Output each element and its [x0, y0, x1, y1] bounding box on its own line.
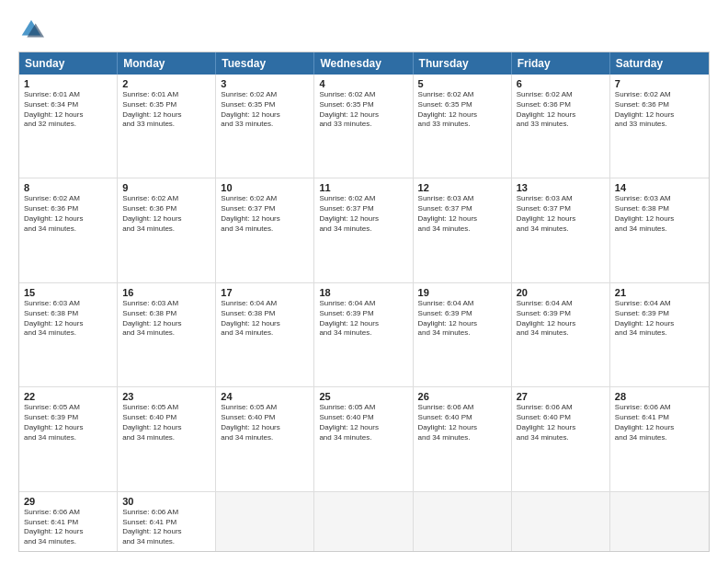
day-info: Sunrise: 6:02 AM Sunset: 6:36 PM Dayligh… — [122, 194, 210, 234]
calendar-cell — [610, 492, 709, 551]
calendar-cell: 10Sunrise: 6:02 AM Sunset: 6:37 PM Dayli… — [216, 178, 314, 282]
day-number: 12 — [418, 182, 506, 193]
calendar-cell — [512, 492, 610, 551]
calendar-cell: 12Sunrise: 6:03 AM Sunset: 6:37 PM Dayli… — [414, 178, 512, 282]
header — [18, 17, 710, 42]
day-info: Sunrise: 6:02 AM Sunset: 6:36 PM Dayligh… — [517, 90, 605, 130]
calendar-cell: 18Sunrise: 6:04 AM Sunset: 6:39 PM Dayli… — [314, 283, 413, 386]
calendar-cell — [216, 492, 314, 551]
day-info: Sunrise: 6:05 AM Sunset: 6:40 PM Dayligh… — [122, 403, 210, 442]
calendar-cell: 26Sunrise: 6:06 AM Sunset: 6:40 PM Dayli… — [414, 387, 512, 490]
day-number: 11 — [319, 182, 407, 193]
logo-icon — [18, 17, 44, 42]
calendar-cell: 17Sunrise: 6:04 AM Sunset: 6:38 PM Dayli… — [216, 283, 314, 386]
calendar-cell: 25Sunrise: 6:05 AM Sunset: 6:40 PM Dayli… — [314, 387, 413, 490]
day-number: 25 — [319, 391, 407, 402]
day-info: Sunrise: 6:05 AM Sunset: 6:39 PM Dayligh… — [24, 403, 112, 442]
day-info: Sunrise: 6:04 AM Sunset: 6:39 PM Dayligh… — [517, 299, 605, 339]
calendar-cell: 30Sunrise: 6:06 AM Sunset: 6:41 PM Dayli… — [118, 492, 216, 551]
calendar-cell — [414, 492, 512, 551]
day-number: 29 — [24, 496, 112, 507]
day-number: 15 — [24, 287, 112, 298]
day-number: 10 — [221, 182, 309, 193]
day-info: Sunrise: 6:03 AM Sunset: 6:38 PM Dayligh… — [122, 299, 210, 339]
day-info: Sunrise: 6:03 AM Sunset: 6:37 PM Dayligh… — [418, 194, 506, 234]
calendar-row: 1Sunrise: 6:01 AM Sunset: 6:34 PM Daylig… — [19, 75, 709, 178]
day-number: 24 — [221, 391, 309, 402]
calendar-header-day: Thursday — [414, 52, 512, 75]
calendar-cell: 16Sunrise: 6:03 AM Sunset: 6:38 PM Dayli… — [118, 283, 216, 386]
calendar-cell: 3Sunrise: 6:02 AM Sunset: 6:35 PM Daylig… — [216, 75, 314, 178]
day-info: Sunrise: 6:06 AM Sunset: 6:40 PM Dayligh… — [517, 403, 605, 442]
day-number: 7 — [615, 78, 704, 89]
day-number: 22 — [24, 391, 112, 402]
day-number: 1 — [24, 78, 112, 89]
day-number: 18 — [319, 287, 407, 298]
day-info: Sunrise: 6:05 AM Sunset: 6:40 PM Dayligh… — [319, 403, 407, 442]
day-info: Sunrise: 6:01 AM Sunset: 6:34 PM Dayligh… — [24, 90, 112, 130]
calendar-cell: 7Sunrise: 6:02 AM Sunset: 6:36 PM Daylig… — [610, 75, 709, 178]
calendar-cell: 20Sunrise: 6:04 AM Sunset: 6:39 PM Dayli… — [512, 283, 610, 386]
day-info: Sunrise: 6:04 AM Sunset: 6:39 PM Dayligh… — [319, 299, 407, 339]
day-number: 28 — [615, 391, 704, 402]
day-info: Sunrise: 6:06 AM Sunset: 6:41 PM Dayligh… — [24, 508, 112, 547]
day-info: Sunrise: 6:04 AM Sunset: 6:39 PM Dayligh… — [418, 299, 506, 339]
calendar-cell: 9Sunrise: 6:02 AM Sunset: 6:36 PM Daylig… — [118, 178, 216, 282]
day-info: Sunrise: 6:02 AM Sunset: 6:37 PM Dayligh… — [319, 194, 407, 234]
calendar-cell: 23Sunrise: 6:05 AM Sunset: 6:40 PM Dayli… — [118, 387, 216, 490]
day-number: 30 — [122, 496, 210, 507]
calendar: SundayMondayTuesdayWednesdayThursdayFrid… — [18, 52, 710, 552]
day-info: Sunrise: 6:06 AM Sunset: 6:41 PM Dayligh… — [615, 403, 704, 442]
calendar-cell — [314, 492, 413, 551]
day-number: 2 — [122, 78, 210, 89]
calendar-header-day: Saturday — [610, 52, 709, 75]
calendar-cell: 5Sunrise: 6:02 AM Sunset: 6:35 PM Daylig… — [414, 75, 512, 178]
day-number: 16 — [122, 287, 210, 298]
calendar-cell: 13Sunrise: 6:03 AM Sunset: 6:37 PM Dayli… — [512, 178, 610, 282]
calendar-row: 15Sunrise: 6:03 AM Sunset: 6:38 PM Dayli… — [19, 282, 709, 386]
calendar-cell: 29Sunrise: 6:06 AM Sunset: 6:41 PM Dayli… — [19, 492, 118, 551]
calendar-cell: 19Sunrise: 6:04 AM Sunset: 6:39 PM Dayli… — [414, 283, 512, 386]
day-info: Sunrise: 6:06 AM Sunset: 6:40 PM Dayligh… — [418, 403, 506, 442]
calendar-header-day: Wednesday — [314, 52, 413, 75]
day-number: 9 — [122, 182, 210, 193]
day-number: 14 — [615, 182, 704, 193]
day-number: 19 — [418, 287, 506, 298]
day-number: 3 — [221, 78, 309, 89]
calendar-row: 29Sunrise: 6:06 AM Sunset: 6:41 PM Dayli… — [19, 491, 709, 551]
calendar-row: 8Sunrise: 6:02 AM Sunset: 6:36 PM Daylig… — [19, 178, 709, 282]
day-info: Sunrise: 6:03 AM Sunset: 6:38 PM Dayligh… — [615, 194, 704, 234]
day-number: 4 — [319, 78, 407, 89]
calendar-header-day: Sunday — [19, 52, 118, 75]
day-number: 13 — [517, 182, 605, 193]
day-info: Sunrise: 6:03 AM Sunset: 6:37 PM Dayligh… — [517, 194, 605, 234]
day-number: 23 — [122, 391, 210, 402]
day-info: Sunrise: 6:05 AM Sunset: 6:40 PM Dayligh… — [221, 403, 309, 442]
day-info: Sunrise: 6:04 AM Sunset: 6:39 PM Dayligh… — [615, 299, 704, 339]
page: SundayMondayTuesdayWednesdayThursdayFrid… — [0, 0, 728, 563]
calendar-header-day: Friday — [512, 52, 610, 75]
calendar-cell: 4Sunrise: 6:02 AM Sunset: 6:35 PM Daylig… — [314, 75, 413, 178]
calendar-cell: 11Sunrise: 6:02 AM Sunset: 6:37 PM Dayli… — [314, 178, 413, 282]
day-number: 21 — [615, 287, 704, 298]
day-info: Sunrise: 6:04 AM Sunset: 6:38 PM Dayligh… — [221, 299, 309, 339]
day-number: 6 — [517, 78, 605, 89]
calendar-header-day: Monday — [118, 52, 216, 75]
calendar-cell: 2Sunrise: 6:01 AM Sunset: 6:35 PM Daylig… — [118, 75, 216, 178]
calendar-cell: 6Sunrise: 6:02 AM Sunset: 6:36 PM Daylig… — [512, 75, 610, 178]
calendar-header: SundayMondayTuesdayWednesdayThursdayFrid… — [19, 52, 709, 75]
day-info: Sunrise: 6:02 AM Sunset: 6:36 PM Dayligh… — [615, 90, 704, 130]
calendar-cell: 22Sunrise: 6:05 AM Sunset: 6:39 PM Dayli… — [19, 387, 118, 490]
calendar-cell: 1Sunrise: 6:01 AM Sunset: 6:34 PM Daylig… — [19, 75, 118, 178]
day-number: 5 — [418, 78, 506, 89]
day-info: Sunrise: 6:02 AM Sunset: 6:35 PM Dayligh… — [221, 90, 309, 130]
day-info: Sunrise: 6:02 AM Sunset: 6:35 PM Dayligh… — [319, 90, 407, 130]
calendar-cell: 27Sunrise: 6:06 AM Sunset: 6:40 PM Dayli… — [512, 387, 610, 490]
day-info: Sunrise: 6:01 AM Sunset: 6:35 PM Dayligh… — [122, 90, 210, 130]
day-info: Sunrise: 6:02 AM Sunset: 6:37 PM Dayligh… — [221, 194, 309, 234]
day-info: Sunrise: 6:03 AM Sunset: 6:38 PM Dayligh… — [24, 299, 112, 339]
day-info: Sunrise: 6:02 AM Sunset: 6:36 PM Dayligh… — [24, 194, 112, 234]
logo — [18, 17, 48, 42]
calendar-row: 22Sunrise: 6:05 AM Sunset: 6:39 PM Dayli… — [19, 386, 709, 490]
day-info: Sunrise: 6:06 AM Sunset: 6:41 PM Dayligh… — [122, 508, 210, 547]
